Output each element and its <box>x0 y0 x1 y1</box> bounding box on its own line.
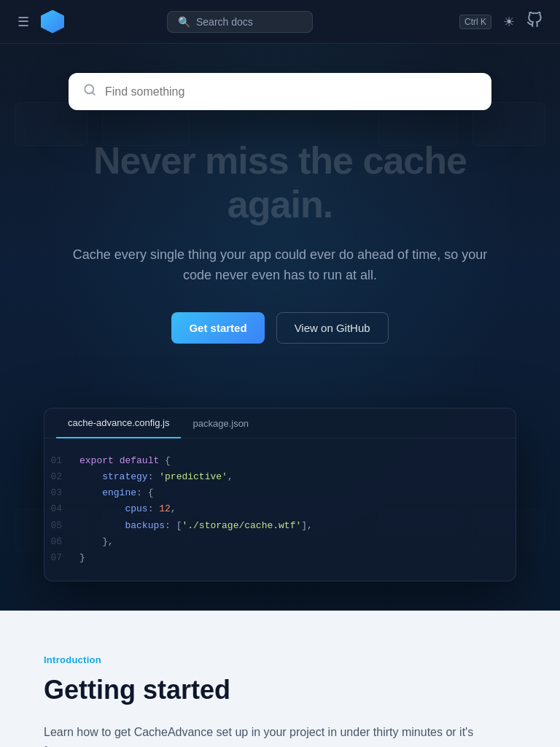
hero-section: Never miss the cache again. Cache every … <box>0 44 560 611</box>
get-started-button[interactable]: Get started <box>171 312 264 344</box>
github-icon[interactable] <box>526 12 542 31</box>
section-label: Introduction <box>44 654 516 665</box>
line-num: 04 <box>44 501 68 517</box>
hero-title: Never miss the cache again. <box>44 139 516 227</box>
code-line: 01 export default { <box>44 453 501 469</box>
nav-search-icon: 🔍 <box>178 16 190 28</box>
line-num: 06 <box>44 534 68 550</box>
hero-search-icon <box>83 83 96 100</box>
code-body: 01 export default { 02 strategy: 'predic… <box>44 438 516 581</box>
code-line: 07 } <box>44 550 501 566</box>
line-content: cpus: 12, <box>79 501 176 517</box>
line-content: engine: { <box>79 485 153 501</box>
navbar: ☰ 🔍 Search docs Ctrl K ☀ <box>0 0 560 44</box>
nav-logo[interactable] <box>41 10 64 34</box>
code-line: 03 engine: { <box>44 485 501 501</box>
section-title: Getting started <box>44 674 516 705</box>
line-content: } <box>79 550 85 566</box>
svg-line-1 <box>92 92 94 94</box>
code-line: 05 backups: ['./storage/cache.wtf'], <box>44 518 501 534</box>
line-content: }, <box>79 534 114 550</box>
code-line: 02 strategy: 'predictive', <box>44 469 501 485</box>
code-line: 06 }, <box>44 534 501 550</box>
line-num: 01 <box>44 453 68 469</box>
line-num: 05 <box>44 518 68 534</box>
section-body: Learn how to get CacheAdvance set up in … <box>44 723 496 747</box>
nav-icons: ☀ <box>503 12 542 31</box>
line-content: backups: ['./storage/cache.wtf'], <box>79 518 313 534</box>
hero-search-bar[interactable] <box>69 73 491 110</box>
menu-icon[interactable]: ☰ <box>18 14 29 30</box>
nav-search-bar[interactable]: 🔍 Search docs <box>167 11 313 33</box>
logo-icon <box>41 10 64 34</box>
line-num: 07 <box>44 550 68 566</box>
tab-package[interactable]: package.json <box>181 409 260 438</box>
hero-search-overlay <box>0 44 560 125</box>
code-tabs: cache-advance.config.js package.json <box>44 409 516 438</box>
nav-search-label: Search docs <box>196 16 253 28</box>
line-num: 02 <box>44 469 68 485</box>
theme-toggle-icon[interactable]: ☀ <box>503 14 515 30</box>
line-content: export default { <box>79 453 171 469</box>
line-num: 03 <box>44 485 68 501</box>
code-line: 04 cpus: 12, <box>44 501 501 517</box>
code-window: cache-advance.config.js package.json 01 … <box>44 408 516 581</box>
view-on-github-button[interactable]: View on GitHub <box>276 312 389 344</box>
keyboard-shortcut: Ctrl K <box>459 15 491 29</box>
hero-buttons: Get started View on GitHub <box>44 312 516 344</box>
hero-search-input[interactable] <box>105 85 477 98</box>
hero-subtitle: Cache every single thing your app could … <box>61 244 499 287</box>
intro-section: Introduction Getting started Learn how t… <box>0 611 560 747</box>
line-content: strategy: 'predictive', <box>79 469 233 485</box>
hero-content: Never miss the cache again. Cache every … <box>0 125 560 408</box>
tab-config[interactable]: cache-advance.config.js <box>56 409 181 438</box>
